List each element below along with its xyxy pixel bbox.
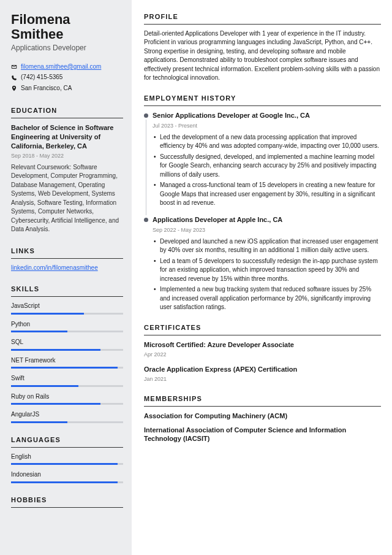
hobbies-section: HOBBIES [11, 496, 123, 508]
phone-text: (742) 415-5365 [21, 73, 62, 82]
email-link[interactable]: filomena.smithee@gmail.com [21, 63, 101, 72]
email-icon [11, 64, 17, 70]
memberships-section: MEMBERSHIPS Association for Computing Ma… [144, 394, 381, 443]
job-dates: Sep 2022 - May 2023 [153, 226, 381, 234]
education-dates: Sep 2018 - May 2022 [11, 152, 123, 160]
skill-name: Swift [11, 374, 123, 383]
certificate-item: Microsoft Certified: Azure Developer Ass… [144, 340, 381, 359]
profile-text: Detail-oriented Applications Developer w… [144, 29, 381, 83]
hobbies-heading: HOBBIES [11, 496, 123, 508]
language-item: English [11, 453, 123, 465]
skill-item: AngularJS [11, 410, 123, 423]
job-bullet: Led a team of 5 developers to successful… [154, 257, 381, 284]
certificates-heading: CERTIFICATES [144, 323, 381, 335]
skill-name: SQL [11, 338, 123, 347]
job-entry: Applications Developer at Apple Inc., CA… [144, 215, 381, 312]
certificates-section: CERTIFICATES Microsoft Certified: Azure … [144, 323, 381, 383]
skill-name: Ruby on Rails [11, 392, 123, 402]
job-position: Applications Developer at Apple Inc., CA [153, 215, 381, 225]
skill-item: Swift [11, 374, 123, 387]
skill-item: JavaScript [11, 302, 123, 315]
location-item: San Francisco, CA [11, 84, 123, 93]
skill-item: Ruby on Rails [11, 392, 123, 405]
degree-title: Bachelor of Science in Software Engineer… [11, 123, 123, 151]
language-item: Indonesian [11, 470, 123, 483]
job-bullets: Developed and launched a new iOS applica… [153, 237, 381, 312]
skill-bar [11, 385, 123, 387]
job-dates: Jul 2023 - Present [153, 122, 381, 130]
skills-heading: SKILLS [11, 285, 123, 297]
language-name: English [11, 453, 123, 462]
memberships-heading: MEMBERSHIPS [144, 394, 381, 407]
languages-heading: LANGUAGES [11, 435, 123, 448]
cert-date: Jan 2021 [144, 375, 381, 383]
job-bullet: Led the development of a new data proces… [154, 133, 381, 151]
links-section: LINKS linkedin.com/in/filomenasmithee [11, 247, 123, 272]
profile-heading: PROFILE [144, 12, 381, 25]
skill-bar [11, 403, 123, 405]
skill-bar [11, 331, 123, 332]
job-position: Senior Applications Developer at Google … [153, 111, 381, 121]
skill-item: Python [11, 320, 123, 333]
employment-section: EMPLOYMENT HISTORY Senior Applications D… [144, 94, 381, 312]
job-entry: Senior Applications Developer at Google … [144, 111, 381, 208]
name: FilomenaSmithee [11, 12, 123, 42]
main-content: PROFILE Detail-oriented Applications Dev… [132, 0, 392, 555]
skill-name: Python [11, 320, 123, 329]
education-heading: EDUCATION [11, 106, 123, 118]
language-bar [11, 463, 123, 465]
location-text: San Francisco, CA [21, 84, 72, 93]
links-heading: LINKS [11, 247, 123, 259]
linkedin-link[interactable]: linkedin.com/in/filomenasmithee [11, 264, 98, 271]
languages-section: LANGUAGES EnglishIndonesian [11, 435, 123, 483]
skills-section: SKILLS JavaScriptPythonSQLNET FrameworkS… [11, 285, 123, 423]
certificate-item: Oracle Application Express (APEX) Certif… [144, 365, 381, 383]
skill-bar [11, 313, 123, 315]
job-bullet: Managed a cross-functional team of 15 de… [154, 181, 381, 208]
job-bullets: Led the development of a new data proces… [153, 133, 381, 208]
employment-heading: EMPLOYMENT HISTORY [144, 94, 381, 106]
email-item: filomena.smithee@gmail.com [11, 63, 123, 72]
skill-bar [11, 349, 123, 351]
skill-item: NET Framework [11, 356, 123, 369]
phone-item: (742) 415-5365 [11, 73, 123, 82]
cert-title: Microsoft Certified: Azure Developer Ass… [144, 340, 381, 350]
skill-bar [11, 367, 123, 369]
skill-bar [11, 421, 123, 423]
skill-name: JavaScript [11, 302, 123, 311]
membership-item: International Association of Computer Sc… [144, 426, 381, 444]
membership-item: Association for Computing Machinery (ACM… [144, 411, 381, 421]
job-bullet: Implemented a new bug tracking system th… [154, 285, 381, 312]
job-bullet: Developed and launched a new iOS applica… [154, 237, 381, 255]
education-section: EDUCATION Bachelor of Science in Softwar… [11, 106, 123, 234]
coursework-text: Relevant Coursework: Software Developmen… [11, 163, 123, 234]
skill-name: AngularJS [11, 410, 123, 419]
cert-title: Oracle Application Express (APEX) Certif… [144, 365, 381, 375]
skill-name: NET Framework [11, 356, 123, 366]
sidebar: FilomenaSmithee Applications Developer f… [0, 0, 132, 555]
cert-date: Apr 2022 [144, 351, 381, 359]
skill-item: SQL [11, 338, 123, 351]
contact-block: filomena.smithee@gmail.com (742) 415-536… [11, 63, 123, 93]
language-name: Indonesian [11, 470, 123, 480]
profile-section: PROFILE Detail-oriented Applications Dev… [144, 12, 381, 83]
job-title: Applications Developer [11, 43, 123, 53]
location-icon [11, 85, 17, 91]
job-bullet: Successfully designed, developed, and im… [154, 153, 381, 180]
phone-icon [11, 75, 17, 81]
language-bar [11, 481, 123, 483]
